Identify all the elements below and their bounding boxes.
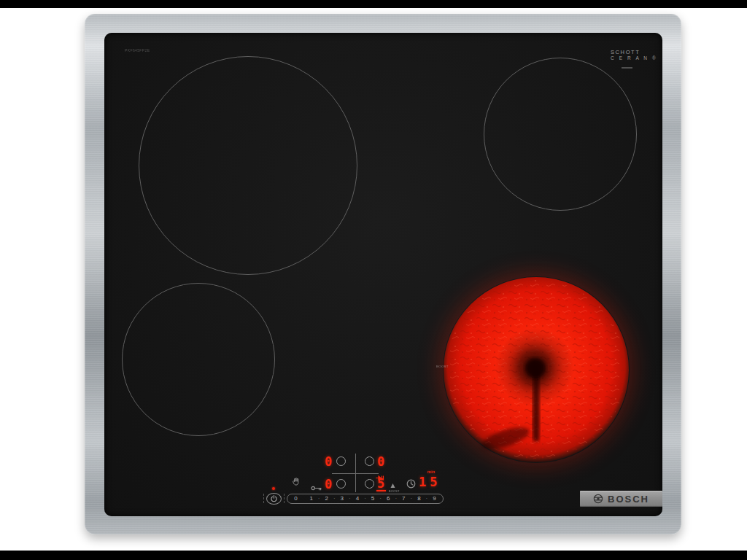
schott-ceran-subtext: [622, 67, 632, 69]
zone-display-front-left: 0: [322, 478, 334, 491]
slider-separator: ·: [406, 496, 417, 502]
slider-separator: ·: [391, 496, 401, 502]
timer-display: 15: [419, 476, 441, 489]
slider-number-7[interactable]: 7: [401, 496, 406, 502]
bottom-letterbox-bar: [0, 551, 747, 560]
timer-key[interactable]: [406, 478, 416, 488]
boost-zone-marking: BOOST: [436, 365, 449, 368]
schott-ceran-line2: C E R A N ®: [611, 55, 657, 61]
slider-number-6[interactable]: 6: [386, 496, 391, 502]
top-letterbox-bar: [0, 0, 747, 8]
dual-zone-indicator: [376, 470, 386, 483]
zone-display-back-right: 0: [375, 456, 387, 468]
zone-select-back-right[interactable]: [365, 456, 374, 466]
zone-display-back-left: 0: [322, 456, 334, 468]
zone-cross-horizontal: [332, 473, 379, 474]
slider-separator: ·: [422, 496, 432, 502]
schott-ceran-logo: SCHOTT C E R A N ®: [611, 49, 657, 62]
pause-key[interactable]: [291, 477, 301, 487]
bosch-badge: BOSCH: [580, 491, 662, 507]
power-level-slider[interactable]: 0 · 1 · 2 · 3 · 4 · 5 · 6 · 7 · 8 · 9: [287, 494, 444, 504]
slider-number-3[interactable]: 3: [339, 496, 344, 502]
burner-back-left: [139, 56, 357, 275]
zone-select-front-left[interactable]: [336, 479, 346, 489]
slider-number-5[interactable]: 5: [371, 496, 376, 502]
power-key[interactable]: [266, 493, 282, 505]
boost-icon: [390, 483, 395, 488]
model-marking: PKF645FP2E: [125, 49, 150, 52]
slider-number-0[interactable]: 0: [293, 496, 298, 502]
slider-number-8[interactable]: 8: [417, 496, 422, 502]
burner-front-right-active: [443, 276, 630, 463]
bosch-brand-label: BOSCH: [608, 494, 649, 505]
heating-element-glow: [443, 276, 630, 463]
hand-icon: [291, 477, 301, 487]
boost-key-label: BOOST: [389, 490, 396, 493]
slider-separator: ·: [314, 496, 324, 502]
ceramic-glass-surface: PKF645FP2E SCHOTT C E R A N ®: [104, 33, 662, 516]
burner-front-left: [122, 283, 275, 436]
burner-back-right: [484, 58, 637, 211]
slider-number-1[interactable]: 1: [309, 496, 314, 502]
key-icon: [311, 485, 322, 491]
bosch-armature-icon: [593, 494, 603, 504]
active-zone-underline: [376, 490, 386, 491]
slider-separator: ·: [376, 496, 386, 502]
slider-separator: ·: [360, 496, 370, 502]
timer-unit-label: min: [427, 470, 436, 474]
zone-select-back-left[interactable]: [336, 456, 346, 466]
slider-separator: ·: [329, 496, 339, 502]
clock-icon: [406, 479, 416, 489]
child-lock-key[interactable]: [311, 481, 322, 488]
slider-number-2[interactable]: 2: [324, 496, 329, 502]
boost-key[interactable]: BOOST: [386, 478, 399, 489]
dual-zone-indicator-icon: [376, 475, 386, 481]
power-indicator-dot: [272, 487, 275, 490]
power-key-divider-left: [263, 494, 264, 503]
zone-select-front-right[interactable]: [365, 479, 374, 489]
power-key-divider-right: [284, 494, 285, 503]
cooktop-frame: PKF645FP2E SCHOTT C E R A N ®: [85, 14, 681, 534]
slider-number-4[interactable]: 4: [355, 496, 360, 502]
slider-separator: ·: [344, 496, 355, 502]
schott-ceran-line1: SCHOTT: [611, 49, 657, 55]
power-icon: [271, 495, 277, 502]
slider-number-9[interactable]: 9: [432, 496, 437, 502]
